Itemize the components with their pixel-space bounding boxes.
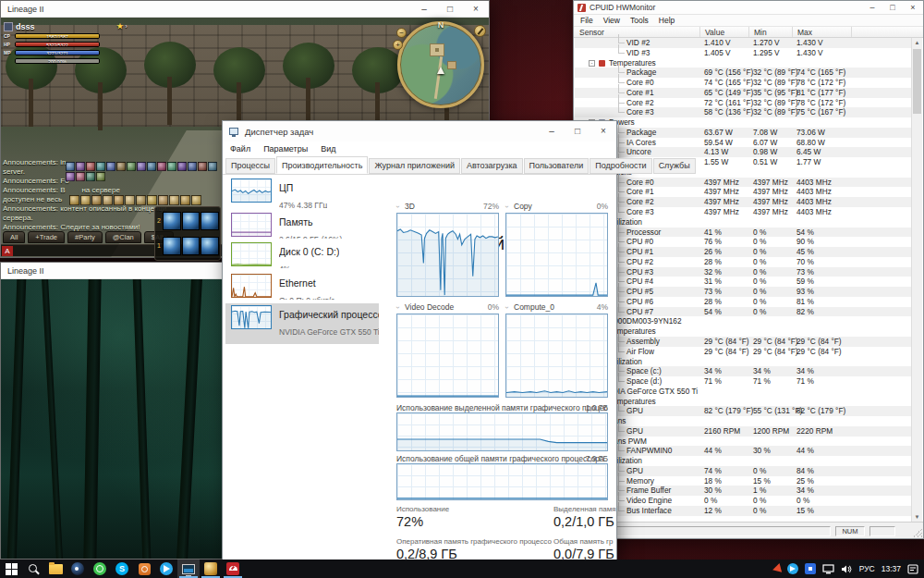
maximize-button[interactable]: □: [437, 1, 463, 18]
tray-app-blue-icon[interactable]: [805, 563, 816, 574]
sensor-row: Bus Interface12 %0 %15 %: [575, 506, 911, 516]
scrollbar[interactable]: ▲ ▼: [911, 38, 922, 522]
sensor-row: Processor41 %0 %54 %: [575, 228, 911, 238]
sidebar-item-3[interactable]: EthernetО: 0 П: 0 кбит/с: [225, 272, 379, 300]
minimap-zoom-in-button[interactable]: +: [393, 40, 403, 50]
scroll-down-icon[interactable]: ▼: [912, 512, 922, 522]
hwmonitor-statusbar: NUM: [574, 522, 923, 538]
language-indicator[interactable]: РУС: [859, 564, 875, 573]
sensor-row: CPU #754 %0 %82 %: [575, 307, 911, 317]
tab-Автозагрузка[interactable]: Автозагрузка: [461, 158, 523, 174]
hotbar-page-number[interactable]: 1: [156, 242, 162, 249]
shared-memory-capacity: 7,9 ГБ: [586, 454, 608, 463]
start-taskbar-button[interactable]: [0, 560, 22, 578]
tab-Пользователи[interactable]: Пользователи: [524, 158, 590, 174]
minimap-road: [434, 56, 443, 99]
hotbar-page-number[interactable]: 2: [156, 217, 162, 224]
chat-tab-All[interactable]: All: [3, 231, 25, 243]
app-orange-taskbar-button[interactable]: [133, 560, 155, 578]
column-min[interactable]: Min: [754, 28, 767, 37]
hwmonitor-titlebar[interactable]: CPUID HWMonitor – □ ×: [574, 1, 923, 15]
tab-Производительность[interactable]: Производительность: [276, 156, 368, 174]
sensor-row: Core #14397 MHz4397 MHz4403 MHz: [575, 187, 911, 197]
chat-tab-Clan[interactable]: @Clan: [105, 231, 141, 243]
minimize-button[interactable]: –: [411, 1, 437, 18]
scroll-up-icon[interactable]: ▲: [912, 38, 922, 47]
sensor-row: Package63.67 W7.08 W73.06 W: [575, 128, 911, 138]
tray-telegram-icon[interactable]: [787, 563, 798, 574]
search-taskbar-button[interactable]: [22, 560, 44, 578]
menu-help[interactable]: Help: [659, 16, 675, 25]
sidebar-item-gpu[interactable]: Графический процессор 0NVIDIA GeForce GT…: [225, 303, 379, 344]
close-button[interactable]: ×: [903, 1, 923, 15]
minimize-button[interactable]: –: [539, 121, 565, 141]
file-explorer-taskbar-button[interactable]: [44, 560, 67, 578]
menu-параметры[interactable]: Параметры: [263, 144, 308, 154]
minimap-zoom-out-button[interactable]: −: [396, 28, 407, 38]
hwmonitor-window: CPUID HWMonitor – □ × FileViewToolsHelp …: [573, 0, 924, 539]
task-manager-taskbar-button[interactable]: [177, 560, 200, 578]
shared-memory-chart: [396, 463, 608, 500]
sensor-row: -Utilization: [575, 456, 911, 466]
skype-icon: S: [116, 562, 128, 575]
tab-Журнал приложений[interactable]: Журнал приложений: [369, 158, 460, 174]
menu-файл[interactable]: Файл: [230, 144, 250, 154]
character-portrait-icon[interactable]: [4, 22, 13, 31]
hwmonitor-taskbar-button[interactable]: [222, 560, 244, 578]
resize-grip[interactable]: [913, 528, 922, 537]
sensor-row: Frame Buffer30 %1 %34 %: [575, 486, 911, 496]
tab-Подробности[interactable]: Подробности: [590, 158, 651, 174]
lineage1-titlebar[interactable]: Lineage II – □ ×: [1, 1, 489, 18]
close-button[interactable]: ×: [463, 1, 489, 18]
skill-icon[interactable]: [163, 212, 181, 230]
performance-pane: ЦП47% 4,38 ГГцПамять2,6/15,9 ГБ (16%)Дис…: [223, 175, 616, 560]
chat-tab-Party[interactable]: #Party: [67, 231, 103, 243]
buff-icon: [76, 162, 85, 171]
skype-taskbar-button[interactable]: S: [111, 560, 133, 578]
skill-icon[interactable]: [201, 237, 219, 255]
skill-icon[interactable]: [182, 212, 201, 230]
expand-arrow-icon[interactable]: ›: [125, 22, 128, 31]
maximize-button[interactable]: □: [565, 121, 590, 141]
sensor-row: -Utilization: [575, 357, 911, 367]
sensor-row: CPU #332 %0 %73 %: [575, 267, 911, 277]
task-manager-titlebar[interactable]: Диспетчер задач – □ ×: [223, 121, 616, 141]
minimize-button[interactable]: –: [862, 1, 882, 15]
skill-icon[interactable]: [163, 237, 181, 255]
column-value[interactable]: Value: [705, 28, 724, 37]
menu-вид[interactable]: Вид: [321, 144, 335, 154]
app-green-taskbar-button[interactable]: [89, 560, 111, 578]
tray-red-arrow-icon[interactable]: [772, 563, 782, 574]
sensor-row: -Temperatures: [575, 326, 911, 337]
scroll-thumb[interactable]: [913, 49, 921, 114]
column-sensor[interactable]: Sensor: [579, 28, 604, 37]
maximize-button[interactable]: □: [882, 1, 903, 15]
menu-view[interactable]: View: [603, 16, 620, 25]
minimap-north-label: N: [438, 20, 444, 30]
dedicated-memory-label: Использование выделенной памяти графичес…: [396, 403, 608, 412]
menu-tools[interactable]: Tools: [630, 16, 649, 25]
clock[interactable]: 13:37: [881, 564, 901, 573]
tab-Службы[interactable]: Службы: [653, 158, 696, 174]
close-button[interactable]: ×: [590, 121, 616, 141]
sidebar-item-0[interactable]: ЦП47% 4,38 ГГц: [225, 177, 379, 208]
column-max[interactable]: Max: [797, 28, 812, 37]
minimap[interactable]: N − +: [395, 19, 487, 112]
app-blue-taskbar-button[interactable]: [67, 560, 89, 578]
network-icon[interactable]: [822, 564, 834, 574]
chat-tab-Trade[interactable]: +Trade: [28, 231, 65, 243]
tab-Процессы[interactable]: Процессы: [225, 158, 275, 174]
volume-icon[interactable]: [841, 564, 853, 574]
minimap-hammer-icon[interactable]: [474, 25, 486, 37]
action-center-icon[interactable]: [907, 564, 918, 574]
skill-icon[interactable]: [201, 212, 219, 230]
sidebar-item-2[interactable]: Диск 0 (C: D:)4%: [225, 240, 379, 268]
menu-file[interactable]: File: [580, 16, 593, 25]
chat-mode-badge[interactable]: A: [2, 246, 13, 256]
sidebar-item-1[interactable]: Память2,6/15,9 ГБ (16%): [225, 211, 379, 239]
lineage-taskbar-button[interactable]: [200, 560, 222, 578]
mp-bar-row: MP 3271/3271: [4, 49, 128, 57]
skill-icon[interactable]: [182, 237, 201, 255]
telegram-taskbar-button[interactable]: [155, 560, 177, 578]
sensor-row: Core #272 °C (161 °F)32 °C (89 °F)78 °C …: [575, 98, 911, 108]
